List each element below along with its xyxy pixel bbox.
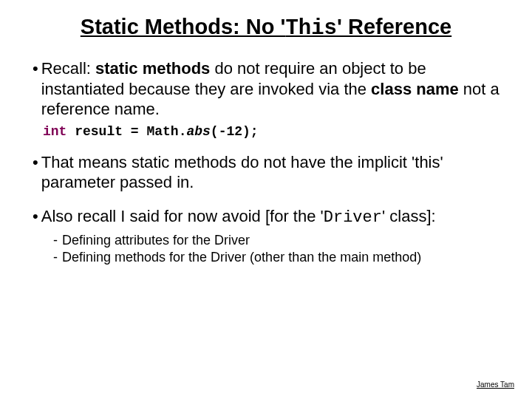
b3-p2: ' class]: — [382, 207, 436, 225]
bullet-3-text: Also recall I said for now avoid [for th… — [41, 206, 504, 228]
sub-bullet-2: - Defining methods for the Driver (other… — [53, 249, 504, 266]
sub-dash: - — [53, 249, 58, 266]
sub-bullet-1: - Defining attributes for the Driver — [53, 232, 504, 249]
slide-title: Static Methods: No 'This' Reference — [0, 15, 532, 41]
slide-content: • Recall: static methods do not require … — [0, 58, 532, 267]
title-pre: Static Methods: No ' — [81, 15, 286, 38]
bullet-3: • Also recall I said for now avoid [for … — [33, 206, 504, 228]
bullet-dot: • — [33, 58, 38, 120]
b1-bold1: static methods — [95, 59, 210, 78]
bullet-1-text: Recall: static methods do not require an… — [41, 58, 504, 120]
b1-p1: Recall: — [41, 59, 95, 78]
b3-p1: Also recall I said for now avoid [for th… — [41, 207, 324, 225]
bullet-1: • Recall: static methods do not require … — [33, 58, 504, 120]
code-var: result = — [66, 124, 146, 139]
b1-bold2: class name — [371, 80, 459, 98]
bullet-2: • That means static methods do not have … — [33, 152, 504, 193]
bullet-dot: • — [33, 206, 38, 228]
footer-author: James Tam — [477, 381, 514, 389]
sub-1-text: Defining attributes for the Driver — [62, 232, 250, 249]
code-kw: int — [43, 124, 66, 139]
bullet-dot: • — [33, 152, 38, 193]
bullet-2-text: That means static methods do not have th… — [41, 152, 504, 193]
title-post: ' Reference — [337, 15, 451, 38]
code-example: int result = Math.abs(-12); — [43, 124, 504, 139]
title-mono: This — [285, 16, 337, 41]
code-args: (-12); — [211, 124, 259, 139]
code-method: abs — [186, 124, 210, 139]
slide-container: Static Methods: No 'This' Reference • Re… — [0, 0, 532, 399]
code-cls: Math. — [146, 124, 186, 139]
sub-dash: - — [53, 232, 58, 249]
b3-mono: Driver — [324, 208, 382, 227]
sub-2-text: Defining methods for the Driver (other t… — [62, 249, 421, 266]
